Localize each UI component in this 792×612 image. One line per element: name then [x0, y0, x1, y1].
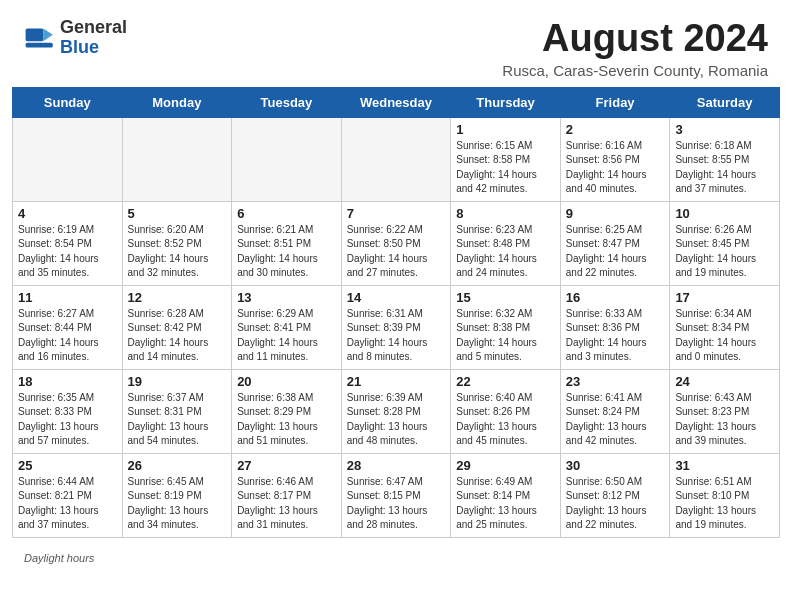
- calendar-cell: 4Sunrise: 6:19 AM Sunset: 8:54 PM Daylig…: [13, 201, 123, 285]
- calendar-cell: 15Sunrise: 6:32 AM Sunset: 8:38 PM Dayli…: [451, 285, 561, 369]
- calendar-cell: 21Sunrise: 6:39 AM Sunset: 8:28 PM Dayli…: [341, 369, 451, 453]
- calendar-cell: 27Sunrise: 6:46 AM Sunset: 8:17 PM Dayli…: [232, 453, 342, 537]
- date-number: 28: [347, 458, 446, 473]
- date-number: 18: [18, 374, 117, 389]
- day-info: Sunrise: 6:38 AM Sunset: 8:29 PM Dayligh…: [237, 391, 336, 449]
- date-number: 25: [18, 458, 117, 473]
- day-info: Sunrise: 6:32 AM Sunset: 8:38 PM Dayligh…: [456, 307, 555, 365]
- date-number: 19: [128, 374, 227, 389]
- calendar-cell: 13Sunrise: 6:29 AM Sunset: 8:41 PM Dayli…: [232, 285, 342, 369]
- day-info: Sunrise: 6:29 AM Sunset: 8:41 PM Dayligh…: [237, 307, 336, 365]
- svg-rect-2: [26, 43, 53, 48]
- week-row-1: 1Sunrise: 6:15 AM Sunset: 8:58 PM Daylig…: [13, 117, 780, 201]
- date-number: 22: [456, 374, 555, 389]
- day-header-tuesday: Tuesday: [232, 87, 342, 117]
- calendar-cell: 3Sunrise: 6:18 AM Sunset: 8:55 PM Daylig…: [670, 117, 780, 201]
- day-header-sunday: Sunday: [13, 87, 123, 117]
- calendar-cell: 25Sunrise: 6:44 AM Sunset: 8:21 PM Dayli…: [13, 453, 123, 537]
- calendar-cell: 31Sunrise: 6:51 AM Sunset: 8:10 PM Dayli…: [670, 453, 780, 537]
- calendar-cell: 1Sunrise: 6:15 AM Sunset: 8:58 PM Daylig…: [451, 117, 561, 201]
- calendar-cell: 30Sunrise: 6:50 AM Sunset: 8:12 PM Dayli…: [560, 453, 670, 537]
- date-number: 5: [128, 206, 227, 221]
- calendar-cell: 22Sunrise: 6:40 AM Sunset: 8:26 PM Dayli…: [451, 369, 561, 453]
- day-header-monday: Monday: [122, 87, 232, 117]
- calendar-cell: 29Sunrise: 6:49 AM Sunset: 8:14 PM Dayli…: [451, 453, 561, 537]
- calendar-cell: 9Sunrise: 6:25 AM Sunset: 8:47 PM Daylig…: [560, 201, 670, 285]
- calendar-cell: 8Sunrise: 6:23 AM Sunset: 8:48 PM Daylig…: [451, 201, 561, 285]
- date-number: 31: [675, 458, 774, 473]
- week-row-3: 11Sunrise: 6:27 AM Sunset: 8:44 PM Dayli…: [13, 285, 780, 369]
- week-row-5: 25Sunrise: 6:44 AM Sunset: 8:21 PM Dayli…: [13, 453, 780, 537]
- calendar-cell: [232, 117, 342, 201]
- date-number: 10: [675, 206, 774, 221]
- date-number: 8: [456, 206, 555, 221]
- calendar-cell: 2Sunrise: 6:16 AM Sunset: 8:56 PM Daylig…: [560, 117, 670, 201]
- day-info: Sunrise: 6:40 AM Sunset: 8:26 PM Dayligh…: [456, 391, 555, 449]
- location-subtitle: Rusca, Caras-Severin County, Romania: [502, 62, 768, 79]
- day-header-friday: Friday: [560, 87, 670, 117]
- calendar-cell: [122, 117, 232, 201]
- day-info: Sunrise: 6:22 AM Sunset: 8:50 PM Dayligh…: [347, 223, 446, 281]
- calendar-cell: 19Sunrise: 6:37 AM Sunset: 8:31 PM Dayli…: [122, 369, 232, 453]
- date-number: 2: [566, 122, 665, 137]
- day-info: Sunrise: 6:20 AM Sunset: 8:52 PM Dayligh…: [128, 223, 227, 281]
- day-info: Sunrise: 6:34 AM Sunset: 8:34 PM Dayligh…: [675, 307, 774, 365]
- date-number: 21: [347, 374, 446, 389]
- day-info: Sunrise: 6:21 AM Sunset: 8:51 PM Dayligh…: [237, 223, 336, 281]
- date-number: 30: [566, 458, 665, 473]
- svg-rect-0: [26, 28, 44, 41]
- date-number: 7: [347, 206, 446, 221]
- day-info: Sunrise: 6:31 AM Sunset: 8:39 PM Dayligh…: [347, 307, 446, 365]
- footer: Daylight hours: [0, 548, 792, 572]
- day-info: Sunrise: 6:23 AM Sunset: 8:48 PM Dayligh…: [456, 223, 555, 281]
- calendar-cell: 14Sunrise: 6:31 AM Sunset: 8:39 PM Dayli…: [341, 285, 451, 369]
- calendar-cell: 18Sunrise: 6:35 AM Sunset: 8:33 PM Dayli…: [13, 369, 123, 453]
- day-info: Sunrise: 6:39 AM Sunset: 8:28 PM Dayligh…: [347, 391, 446, 449]
- day-info: Sunrise: 6:45 AM Sunset: 8:19 PM Dayligh…: [128, 475, 227, 533]
- calendar-cell: [13, 117, 123, 201]
- daylight-label: Daylight hours: [24, 552, 94, 564]
- calendar-cell: 20Sunrise: 6:38 AM Sunset: 8:29 PM Dayli…: [232, 369, 342, 453]
- svg-marker-1: [43, 28, 53, 41]
- date-number: 27: [237, 458, 336, 473]
- day-info: Sunrise: 6:51 AM Sunset: 8:10 PM Dayligh…: [675, 475, 774, 533]
- title-block: August 2024 Rusca, Caras-Severin County,…: [502, 18, 768, 79]
- logo-text: General Blue: [60, 18, 127, 58]
- date-number: 29: [456, 458, 555, 473]
- header-row: SundayMondayTuesdayWednesdayThursdayFrid…: [13, 87, 780, 117]
- date-number: 15: [456, 290, 555, 305]
- date-number: 3: [675, 122, 774, 137]
- day-info: Sunrise: 6:37 AM Sunset: 8:31 PM Dayligh…: [128, 391, 227, 449]
- calendar-cell: 7Sunrise: 6:22 AM Sunset: 8:50 PM Daylig…: [341, 201, 451, 285]
- date-number: 12: [128, 290, 227, 305]
- date-number: 11: [18, 290, 117, 305]
- day-header-saturday: Saturday: [670, 87, 780, 117]
- date-number: 16: [566, 290, 665, 305]
- day-header-wednesday: Wednesday: [341, 87, 451, 117]
- day-info: Sunrise: 6:19 AM Sunset: 8:54 PM Dayligh…: [18, 223, 117, 281]
- day-info: Sunrise: 6:18 AM Sunset: 8:55 PM Dayligh…: [675, 139, 774, 197]
- date-number: 20: [237, 374, 336, 389]
- calendar-cell: 28Sunrise: 6:47 AM Sunset: 8:15 PM Dayli…: [341, 453, 451, 537]
- month-title: August 2024: [502, 18, 768, 60]
- day-info: Sunrise: 6:26 AM Sunset: 8:45 PM Dayligh…: [675, 223, 774, 281]
- date-number: 9: [566, 206, 665, 221]
- date-number: 24: [675, 374, 774, 389]
- date-number: 23: [566, 374, 665, 389]
- date-number: 13: [237, 290, 336, 305]
- day-info: Sunrise: 6:44 AM Sunset: 8:21 PM Dayligh…: [18, 475, 117, 533]
- week-row-4: 18Sunrise: 6:35 AM Sunset: 8:33 PM Dayli…: [13, 369, 780, 453]
- week-row-2: 4Sunrise: 6:19 AM Sunset: 8:54 PM Daylig…: [13, 201, 780, 285]
- date-number: 26: [128, 458, 227, 473]
- day-info: Sunrise: 6:49 AM Sunset: 8:14 PM Dayligh…: [456, 475, 555, 533]
- day-info: Sunrise: 6:41 AM Sunset: 8:24 PM Dayligh…: [566, 391, 665, 449]
- day-header-thursday: Thursday: [451, 87, 561, 117]
- day-info: Sunrise: 6:28 AM Sunset: 8:42 PM Dayligh…: [128, 307, 227, 365]
- day-info: Sunrise: 6:46 AM Sunset: 8:17 PM Dayligh…: [237, 475, 336, 533]
- calendar-cell: 16Sunrise: 6:33 AM Sunset: 8:36 PM Dayli…: [560, 285, 670, 369]
- calendar-cell: 26Sunrise: 6:45 AM Sunset: 8:19 PM Dayli…: [122, 453, 232, 537]
- calendar-cell: 17Sunrise: 6:34 AM Sunset: 8:34 PM Dayli…: [670, 285, 780, 369]
- day-info: Sunrise: 6:15 AM Sunset: 8:58 PM Dayligh…: [456, 139, 555, 197]
- day-info: Sunrise: 6:33 AM Sunset: 8:36 PM Dayligh…: [566, 307, 665, 365]
- logo-blue: Blue: [60, 38, 127, 58]
